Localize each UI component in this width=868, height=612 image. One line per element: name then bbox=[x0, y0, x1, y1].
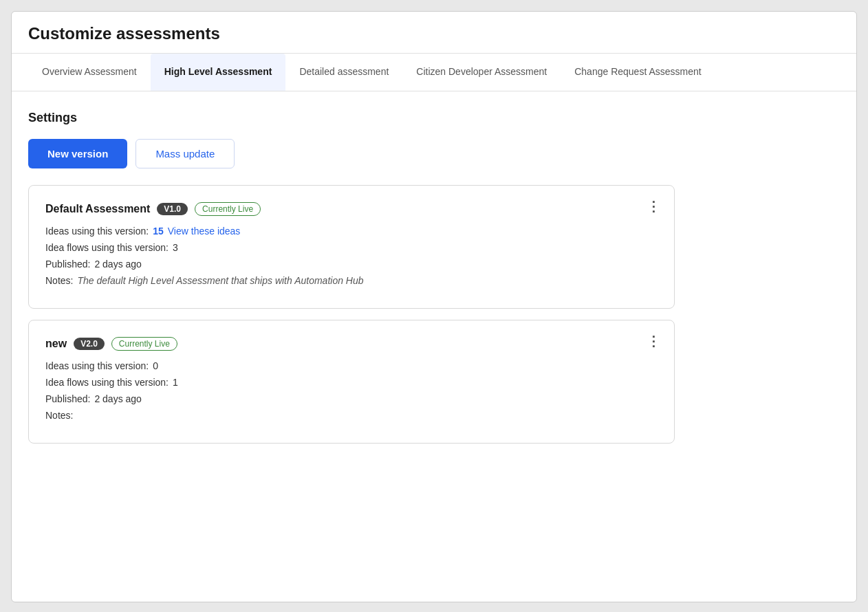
card-name-new: new bbox=[45, 338, 67, 350]
idea-flows-label-default: Idea flows using this version: bbox=[45, 242, 169, 253]
published-label-default: Published: bbox=[45, 259, 90, 270]
ideas-row-new: Ideas using this version: 0 bbox=[45, 360, 658, 371]
view-ideas-link-default[interactable]: View these ideas bbox=[168, 226, 241, 237]
settings-section-title: Settings bbox=[28, 111, 840, 125]
card-header-new: new V2.0 Currently Live bbox=[45, 337, 658, 351]
notes-row-new: Notes: bbox=[45, 410, 658, 421]
tab-change-request[interactable]: Change Request Assessment bbox=[561, 54, 715, 91]
main-window: Customize assessments Overview Assessmen… bbox=[11, 11, 857, 602]
idea-flows-row-default: Idea flows using this version: 3 bbox=[45, 242, 658, 253]
version-badge-default: V1.0 bbox=[157, 203, 188, 215]
card-menu-default[interactable]: ⋮ bbox=[647, 199, 660, 213]
ideas-label-default: Ideas using this version: bbox=[45, 226, 149, 237]
assessment-card-new: new V2.0 Currently Live ⋮ Ideas using th… bbox=[28, 320, 675, 444]
card-header-default: Default Assessment V1.0 Currently Live bbox=[45, 202, 658, 216]
new-version-button[interactable]: New version bbox=[28, 139, 127, 168]
ideas-label-new: Ideas using this version: bbox=[45, 360, 149, 371]
idea-flows-count-default: 3 bbox=[173, 242, 178, 253]
tab-detailed[interactable]: Detailed assessment bbox=[285, 54, 402, 91]
published-value-default: 2 days ago bbox=[94, 259, 142, 270]
published-value-new: 2 days ago bbox=[94, 393, 142, 404]
page-title: Customize assessments bbox=[28, 24, 840, 43]
live-badge-default: Currently Live bbox=[195, 202, 261, 216]
tabs-bar: Overview Assessment High Level Assessmen… bbox=[12, 54, 856, 91]
page-header: Customize assessments bbox=[12, 12, 856, 54]
notes-value-default: The default High Level Assessment that s… bbox=[77, 275, 363, 286]
idea-flows-count-new: 1 bbox=[173, 377, 178, 388]
ideas-row-default: Ideas using this version: 15 View these … bbox=[45, 226, 658, 237]
main-content: Settings New version Mass update Default… bbox=[12, 91, 856, 474]
ideas-count-new: 0 bbox=[153, 360, 158, 371]
idea-flows-row-new: Idea flows using this version: 1 bbox=[45, 377, 658, 388]
published-label-new: Published: bbox=[45, 393, 90, 404]
notes-label-new: Notes: bbox=[45, 410, 73, 421]
tab-citizen[interactable]: Citizen Developer Assessment bbox=[402, 54, 561, 91]
published-row-new: Published: 2 days ago bbox=[45, 393, 658, 404]
tab-overview[interactable]: Overview Assessment bbox=[28, 54, 151, 91]
published-row-default: Published: 2 days ago bbox=[45, 259, 658, 270]
version-badge-new: V2.0 bbox=[74, 338, 105, 350]
live-badge-new: Currently Live bbox=[111, 337, 177, 351]
idea-flows-label-new: Idea flows using this version: bbox=[45, 377, 169, 388]
notes-row-default: Notes: The default High Level Assessment… bbox=[45, 275, 658, 286]
card-name-default: Default Assessment bbox=[45, 203, 150, 215]
notes-label-default: Notes: bbox=[45, 275, 73, 286]
mass-update-button[interactable]: Mass update bbox=[135, 139, 235, 168]
tab-high-level[interactable]: High Level Assessment bbox=[151, 54, 286, 91]
card-menu-new[interactable]: ⋮ bbox=[647, 334, 660, 348]
actions-row: New version Mass update bbox=[28, 139, 840, 168]
ideas-count-default: 15 bbox=[153, 226, 164, 237]
assessment-card-default: Default Assessment V1.0 Currently Live ⋮… bbox=[28, 185, 675, 309]
